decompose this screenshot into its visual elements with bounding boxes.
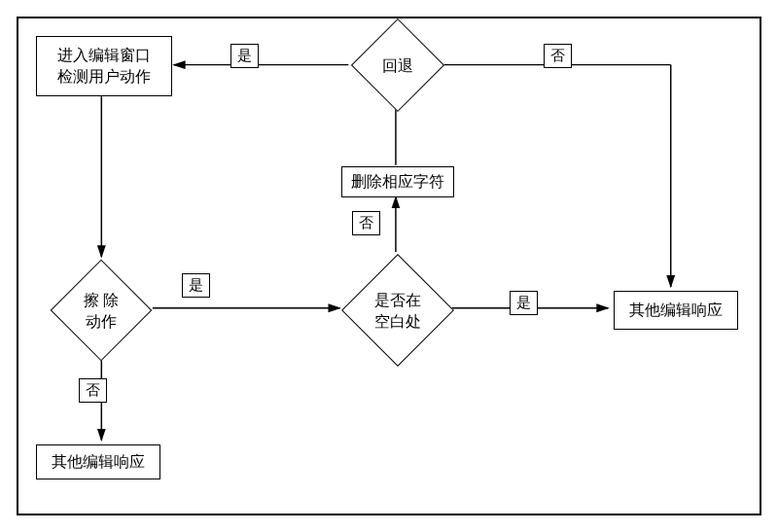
node-start-text: 进入编辑窗口 检测用户动作 bbox=[57, 45, 151, 87]
node-goback-text: 回退 bbox=[353, 54, 442, 76]
label-goback-no: 否 bbox=[544, 44, 572, 68]
flowchart-canvas: 进入编辑窗口 检测用户动作 回退 删除相应字符 擦 除 动作 是否在 空白处 其… bbox=[17, 17, 761, 515]
label-atblank-no: 否 bbox=[352, 211, 380, 235]
node-erase-action: 擦 除 动作 bbox=[51, 260, 153, 362]
node-goback: 回退 bbox=[351, 18, 444, 112]
node-delete-char: 删除相应字符 bbox=[341, 166, 454, 197]
node-delete-char-text: 删除相应字符 bbox=[351, 171, 444, 193]
node-at-blank-text: 是否在 空白处 bbox=[342, 290, 451, 332]
label-goback-yes: 是 bbox=[230, 44, 259, 68]
node-other-resp-1: 其他编辑响应 bbox=[36, 444, 160, 479]
label-atblank-yes: 是 bbox=[510, 291, 538, 315]
node-erase-action-text: 擦 除 动作 bbox=[52, 290, 150, 332]
node-other-resp-2-text: 其他编辑响应 bbox=[629, 300, 723, 321]
label-erase-no: 否 bbox=[79, 378, 107, 403]
node-other-resp-1-text: 其他编辑响应 bbox=[52, 451, 145, 473]
node-start: 进入编辑窗口 检测用户动作 bbox=[36, 36, 172, 96]
node-other-resp-2: 其他编辑响应 bbox=[614, 291, 738, 330]
node-at-blank: 是否在 空白处 bbox=[341, 254, 454, 367]
label-erase-yes: 是 bbox=[182, 273, 210, 298]
